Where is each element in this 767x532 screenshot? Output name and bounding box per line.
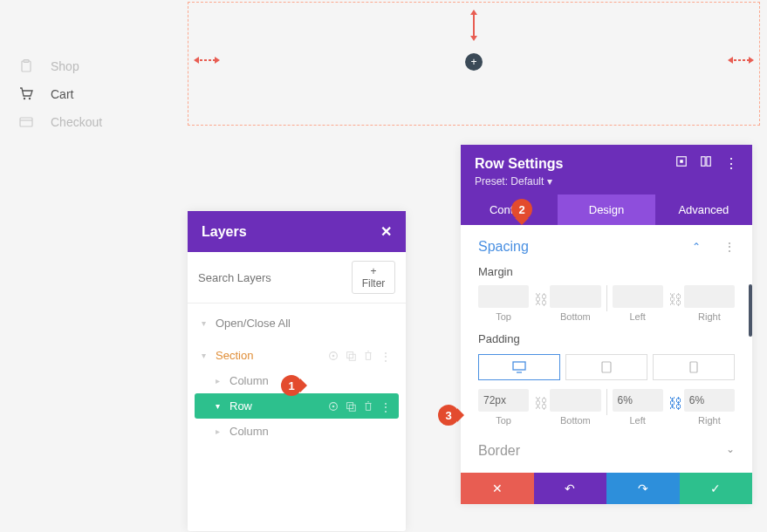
divider	[606, 389, 607, 415]
layers-title: Layers	[202, 224, 247, 240]
margin-bottom-input[interactable]	[550, 285, 600, 308]
padding-inputs: Top ⛓ Bottom Left ⛓ Right	[478, 389, 735, 426]
desktop-tab[interactable]	[478, 354, 560, 380]
nav-item-shop[interactable]: Shop	[19, 52, 102, 80]
settings-footer: ✕ ↶ ↷ ✓	[461, 473, 752, 504]
phone-tab[interactable]	[653, 354, 735, 380]
filter-button[interactable]: + Filter	[352, 261, 395, 294]
svg-point-3	[29, 98, 31, 99]
duplicate-icon[interactable]	[345, 350, 357, 362]
layer-section[interactable]: ▾ Section ⋮	[195, 343, 399, 368]
add-button[interactable]: +	[465, 53, 483, 71]
settings-body: Spacing ⌃ ⋮ Margin Top ⛓ Bottom Left ⛓ R…	[461, 225, 752, 473]
svg-point-2	[24, 98, 25, 99]
kebab-icon[interactable]: ⋮	[380, 400, 392, 413]
padding-label: Padding	[478, 332, 735, 345]
canvas-dropzone[interactable]: +	[188, 2, 760, 126]
settings-preset[interactable]: Preset: Default ▾	[475, 172, 738, 191]
margin-inputs: Top ⛓ Bottom Left ⛓ Right	[478, 285, 735, 322]
layer-row-selected[interactable]: ▾ Row ⋮	[195, 393, 399, 419]
chevron-right-icon: ▸	[216, 426, 224, 436]
kebab-icon[interactable]: ⋮	[724, 155, 738, 172]
page-nav: Shop Cart Checkout	[19, 52, 102, 136]
settings-header: Row Settings ⋮ Preset: Default ▾	[461, 145, 752, 194]
margin-left-input[interactable]	[613, 285, 663, 308]
svg-rect-21	[347, 402, 353, 408]
spacing-arrow-vertical	[469, 10, 479, 41]
chevron-right-icon: ▸	[216, 376, 224, 385]
link-icon[interactable]: ⛓	[668, 292, 679, 303]
svg-rect-30	[690, 362, 697, 372]
margin-right-input[interactable]	[684, 285, 735, 308]
gear-icon[interactable]	[327, 400, 339, 413]
padding-left-input[interactable]	[613, 389, 663, 412]
tab-content[interactable]: Content	[461, 194, 558, 225]
svg-rect-18	[349, 354, 355, 360]
chevron-down-icon: ▾	[202, 351, 210, 360]
kebab-icon[interactable]: ⋮	[724, 241, 735, 253]
divider	[606, 285, 607, 311]
open-close-all[interactable]: ▾ Open/Close All	[195, 310, 399, 336]
nav-item-cart[interactable]: Cart	[19, 80, 102, 108]
expand-icon[interactable]	[675, 155, 688, 172]
border-section-title[interactable]: Border ⌄	[478, 443, 735, 459]
link-icon[interactable]: ⛓	[534, 396, 544, 406]
close-icon[interactable]: ✕	[380, 223, 392, 240]
svg-marker-10	[194, 57, 199, 64]
padding-right-input[interactable]	[684, 389, 735, 412]
svg-rect-29	[602, 362, 611, 372]
kebab-icon[interactable]: ⋮	[380, 350, 392, 362]
layer-column[interactable]: ▸ Column	[195, 419, 399, 444]
layer-actions: ⋮	[327, 350, 392, 362]
trash-icon[interactable]	[362, 400, 374, 413]
undo-button[interactable]: ↶	[534, 473, 607, 504]
nav-label: Checkout	[51, 115, 102, 129]
margin-top-input[interactable]	[478, 285, 529, 308]
cancel-button[interactable]: ✕	[461, 473, 534, 504]
padding-bottom-input[interactable]	[550, 389, 600, 412]
tab-advanced[interactable]: Advanced	[655, 194, 752, 225]
nav-label: Shop	[51, 59, 79, 73]
link-icon[interactable]: ⛓	[534, 292, 544, 303]
layer-actions: ⋮	[327, 400, 392, 413]
trash-icon[interactable]	[362, 350, 374, 362]
svg-point-16	[332, 354, 335, 357]
spacing-section-title[interactable]: Spacing ⌃ ⋮	[478, 239, 735, 255]
settings-tabs: Content Design Advanced	[461, 194, 752, 225]
callout-3: 3	[438, 405, 459, 426]
credit-card-icon	[19, 115, 33, 129]
layers-body: ▾ Open/Close All ▾ Section ⋮ ▸ Column ▾ …	[188, 304, 406, 531]
duplicate-icon[interactable]	[345, 400, 357, 413]
svg-marker-7	[470, 10, 477, 15]
svg-rect-27	[513, 362, 525, 370]
svg-marker-8	[470, 36, 477, 41]
nav-item-checkout[interactable]: Checkout	[19, 108, 102, 136]
clipboard-icon	[19, 59, 33, 73]
chevron-down-icon: ▾	[202, 318, 210, 328]
cart-icon	[19, 87, 33, 101]
layers-search-row: + Filter	[188, 252, 406, 304]
row-settings-panel: Row Settings ⋮ Preset: Default ▾ Content…	[461, 145, 752, 504]
nav-label: Cart	[51, 87, 73, 101]
svg-marker-11	[215, 57, 220, 64]
layers-header: Layers ✕	[188, 211, 406, 252]
spacing-arrow-right	[728, 55, 754, 65]
responsive-tabs	[478, 354, 735, 380]
columns-icon[interactable]	[700, 155, 712, 172]
save-button[interactable]: ✓	[680, 473, 753, 504]
redo-button[interactable]: ↷	[606, 473, 680, 504]
link-icon-active[interactable]: ⛓	[668, 396, 679, 406]
svg-rect-26	[707, 157, 710, 167]
chevron-up-icon[interactable]: ⌃	[692, 241, 701, 253]
svg-marker-14	[749, 57, 754, 64]
layers-panel: Layers ✕ + Filter ▾ Open/Close All ▾ Sec…	[188, 211, 406, 531]
tab-design[interactable]: Design	[558, 194, 654, 225]
layers-search-input[interactable]	[198, 261, 345, 294]
tablet-tab[interactable]	[565, 354, 647, 380]
svg-rect-25	[702, 157, 705, 167]
scrollbar[interactable]	[749, 284, 752, 337]
padding-top-input[interactable]	[478, 389, 529, 412]
svg-rect-17	[347, 351, 353, 358]
gear-icon[interactable]	[327, 350, 339, 362]
svg-rect-24	[680, 160, 683, 163]
